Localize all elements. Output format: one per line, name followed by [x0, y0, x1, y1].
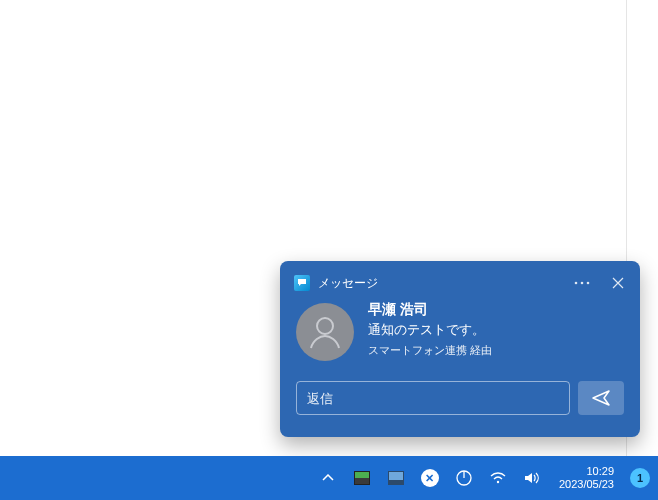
svg-point-6	[497, 481, 499, 483]
message-preview: 通知のテストです。	[368, 321, 624, 339]
clock-time: 10:29	[559, 465, 614, 478]
messages-app-icon	[294, 275, 310, 291]
svg-point-2	[587, 282, 590, 285]
svg-point-1	[581, 282, 584, 285]
toast-more-button[interactable]	[572, 273, 592, 293]
clock-date: 2023/05/23	[559, 478, 614, 491]
wifi-icon[interactable]	[487, 467, 509, 489]
toast-header: メッセージ	[280, 261, 640, 301]
clock[interactable]: 10:29 2023/05/23	[555, 465, 618, 491]
power-icon[interactable]	[453, 467, 475, 489]
system-tray: ✕ 10:29 2023/05/23 1	[317, 456, 658, 500]
notification-toast: メッセージ 早瀬 浩司 通知のテストです。 スマートフォン連携 経由	[280, 261, 640, 437]
tray-overflow-button[interactable]	[317, 467, 339, 489]
tray-status-icon[interactable]: ✕	[419, 467, 441, 489]
sender-name: 早瀬 浩司	[368, 301, 624, 319]
notification-center-badge[interactable]: 1	[630, 468, 650, 488]
tray-app-icon-1[interactable]	[351, 467, 373, 489]
via-label: スマートフォン連携 経由	[368, 343, 624, 358]
svg-point-0	[575, 282, 578, 285]
send-button[interactable]	[578, 381, 624, 415]
svg-point-3	[317, 318, 333, 334]
tray-app-icon-2[interactable]	[385, 467, 407, 489]
sender-avatar	[296, 303, 354, 361]
toast-app-name: メッセージ	[318, 275, 572, 292]
volume-icon[interactable]	[521, 467, 543, 489]
toast-body: 早瀬 浩司 通知のテストです。 スマートフォン連携 経由	[280, 301, 640, 361]
reply-input[interactable]	[296, 381, 570, 415]
toast-close-button[interactable]	[608, 273, 628, 293]
taskbar: ✕ 10:29 2023/05/23 1	[0, 456, 658, 500]
